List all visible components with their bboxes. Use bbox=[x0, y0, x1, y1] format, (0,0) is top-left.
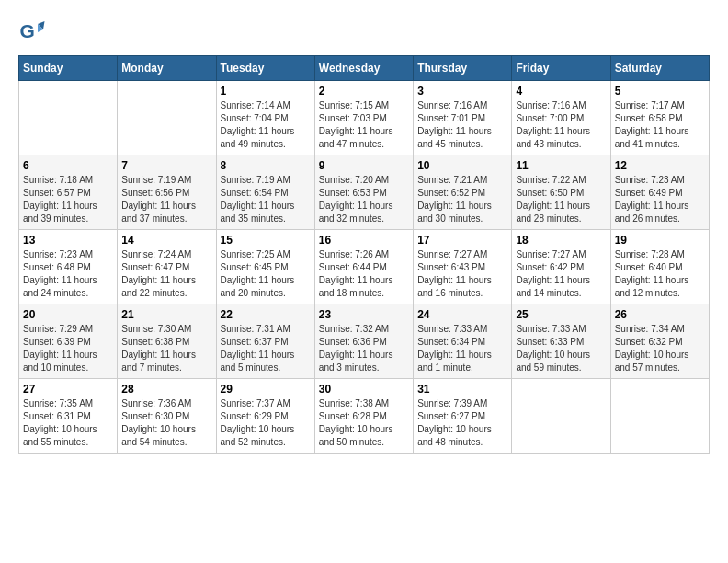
day-number: 27 bbox=[23, 383, 113, 396]
day-number: 11 bbox=[516, 159, 606, 172]
day-info: Sunrise: 7:29 AMSunset: 6:39 PMDaylight:… bbox=[23, 323, 113, 374]
weekday-header-row: SundayMondayTuesdayWednesdayThursdayFrid… bbox=[19, 56, 710, 81]
day-number: 9 bbox=[319, 159, 409, 172]
day-info: Sunrise: 7:25 AMSunset: 6:45 PMDaylight:… bbox=[221, 248, 311, 300]
day-number: 31 bbox=[417, 383, 507, 396]
calendar-cell: 26Sunrise: 7:34 AMSunset: 6:32 PMDayligh… bbox=[610, 304, 709, 379]
calendar-cell: 16Sunrise: 7:26 AMSunset: 6:44 PMDayligh… bbox=[314, 230, 413, 304]
calendar-cell: 1Sunrise: 7:14 AMSunset: 7:04 PMDaylight… bbox=[216, 81, 314, 155]
day-number: 24 bbox=[417, 308, 507, 321]
calendar-cell: 22Sunrise: 7:31 AMSunset: 6:37 PMDayligh… bbox=[216, 304, 314, 379]
calendar-cell: 8Sunrise: 7:19 AMSunset: 6:54 PMDaylight… bbox=[216, 155, 314, 230]
day-info: Sunrise: 7:34 AMSunset: 6:32 PMDaylight:… bbox=[615, 323, 705, 374]
calendar-cell: 23Sunrise: 7:32 AMSunset: 6:36 PMDayligh… bbox=[314, 304, 413, 379]
logo-icon: G bbox=[18, 18, 46, 46]
day-info: Sunrise: 7:38 AMSunset: 6:28 PMDaylight:… bbox=[319, 397, 409, 449]
day-info: Sunrise: 7:36 AMSunset: 6:30 PMDaylight:… bbox=[121, 397, 211, 449]
calendar-cell: 31Sunrise: 7:39 AMSunset: 6:27 PMDayligh… bbox=[414, 379, 512, 454]
day-number: 4 bbox=[516, 85, 606, 98]
day-info: Sunrise: 7:20 AMSunset: 6:53 PMDaylight:… bbox=[319, 174, 409, 225]
day-number: 18 bbox=[516, 234, 606, 247]
calendar-week-row: 20Sunrise: 7:29 AMSunset: 6:39 PMDayligh… bbox=[19, 304, 710, 379]
day-number: 28 bbox=[121, 383, 211, 396]
day-info: Sunrise: 7:18 AMSunset: 6:57 PMDaylight:… bbox=[23, 174, 113, 225]
day-info: Sunrise: 7:22 AMSunset: 6:50 PMDaylight:… bbox=[516, 174, 606, 225]
day-info: Sunrise: 7:37 AMSunset: 6:29 PMDaylight:… bbox=[221, 397, 311, 449]
weekday-header: Thursday bbox=[414, 56, 512, 81]
day-info: Sunrise: 7:35 AMSunset: 6:31 PMDaylight:… bbox=[23, 397, 113, 449]
day-info: Sunrise: 7:19 AMSunset: 6:56 PMDaylight:… bbox=[121, 174, 211, 225]
calendar-cell: 30Sunrise: 7:38 AMSunset: 6:28 PMDayligh… bbox=[314, 379, 413, 454]
day-info: Sunrise: 7:31 AMSunset: 6:37 PMDaylight:… bbox=[221, 323, 311, 374]
day-info: Sunrise: 7:27 AMSunset: 6:42 PMDaylight:… bbox=[516, 248, 606, 300]
calendar-table: SundayMondayTuesdayWednesdayThursdayFrid… bbox=[18, 55, 710, 454]
day-number: 12 bbox=[615, 159, 705, 172]
calendar-cell: 18Sunrise: 7:27 AMSunset: 6:42 PMDayligh… bbox=[512, 230, 610, 304]
day-number: 3 bbox=[417, 85, 507, 98]
day-info: Sunrise: 7:14 AMSunset: 7:04 PMDaylight:… bbox=[221, 99, 311, 151]
day-number: 17 bbox=[417, 234, 507, 247]
day-info: Sunrise: 7:23 AMSunset: 6:49 PMDaylight:… bbox=[615, 174, 705, 225]
day-info: Sunrise: 7:26 AMSunset: 6:44 PMDaylight:… bbox=[319, 248, 409, 300]
day-info: Sunrise: 7:19 AMSunset: 6:54 PMDaylight:… bbox=[221, 174, 311, 225]
calendar-cell: 12Sunrise: 7:23 AMSunset: 6:49 PMDayligh… bbox=[610, 155, 709, 230]
day-info: Sunrise: 7:15 AMSunset: 7:03 PMDaylight:… bbox=[319, 99, 409, 151]
calendar-week-row: 13Sunrise: 7:23 AMSunset: 6:48 PMDayligh… bbox=[19, 230, 710, 304]
day-info: Sunrise: 7:27 AMSunset: 6:43 PMDaylight:… bbox=[417, 248, 507, 300]
day-number: 20 bbox=[23, 308, 113, 321]
day-number: 19 bbox=[615, 234, 705, 247]
day-number: 13 bbox=[23, 234, 113, 247]
calendar-cell: 9Sunrise: 7:20 AMSunset: 6:53 PMDaylight… bbox=[314, 155, 413, 230]
calendar-cell: 15Sunrise: 7:25 AMSunset: 6:45 PMDayligh… bbox=[216, 230, 314, 304]
day-info: Sunrise: 7:21 AMSunset: 6:52 PMDaylight:… bbox=[417, 174, 507, 225]
calendar-cell: 13Sunrise: 7:23 AMSunset: 6:48 PMDayligh… bbox=[19, 230, 118, 304]
calendar-cell: 10Sunrise: 7:21 AMSunset: 6:52 PMDayligh… bbox=[414, 155, 512, 230]
weekday-header: Monday bbox=[118, 56, 216, 81]
calendar-cell: 24Sunrise: 7:33 AMSunset: 6:34 PMDayligh… bbox=[414, 304, 512, 379]
day-number: 6 bbox=[23, 159, 113, 172]
calendar-cell: 14Sunrise: 7:24 AMSunset: 6:47 PMDayligh… bbox=[118, 230, 216, 304]
day-info: Sunrise: 7:33 AMSunset: 6:34 PMDaylight:… bbox=[417, 323, 507, 374]
calendar-cell: 25Sunrise: 7:33 AMSunset: 6:33 PMDayligh… bbox=[512, 304, 610, 379]
calendar-week-row: 6Sunrise: 7:18 AMSunset: 6:57 PMDaylight… bbox=[19, 155, 710, 230]
day-info: Sunrise: 7:28 AMSunset: 6:40 PMDaylight:… bbox=[615, 248, 705, 300]
day-number: 23 bbox=[319, 308, 409, 321]
day-number: 30 bbox=[319, 383, 409, 396]
day-info: Sunrise: 7:39 AMSunset: 6:27 PMDaylight:… bbox=[417, 397, 507, 449]
day-info: Sunrise: 7:30 AMSunset: 6:38 PMDaylight:… bbox=[121, 323, 211, 374]
day-number: 26 bbox=[615, 308, 705, 321]
calendar-cell: 6Sunrise: 7:18 AMSunset: 6:57 PMDaylight… bbox=[19, 155, 118, 230]
day-number: 22 bbox=[221, 308, 311, 321]
day-info: Sunrise: 7:16 AMSunset: 7:00 PMDaylight:… bbox=[516, 99, 606, 151]
weekday-header: Friday bbox=[512, 56, 610, 81]
day-number: 1 bbox=[221, 85, 311, 98]
day-info: Sunrise: 7:33 AMSunset: 6:33 PMDaylight:… bbox=[516, 323, 606, 374]
calendar-cell: 21Sunrise: 7:30 AMSunset: 6:38 PMDayligh… bbox=[118, 304, 216, 379]
svg-text:G: G bbox=[20, 20, 35, 41]
page-header: G bbox=[18, 18, 710, 46]
day-info: Sunrise: 7:23 AMSunset: 6:48 PMDaylight:… bbox=[23, 248, 113, 300]
calendar-cell: 29Sunrise: 7:37 AMSunset: 6:29 PMDayligh… bbox=[216, 379, 314, 454]
calendar-cell: 7Sunrise: 7:19 AMSunset: 6:56 PMDaylight… bbox=[118, 155, 216, 230]
day-number: 2 bbox=[319, 85, 409, 98]
calendar-cell: 17Sunrise: 7:27 AMSunset: 6:43 PMDayligh… bbox=[414, 230, 512, 304]
day-number: 16 bbox=[319, 234, 409, 247]
day-number: 15 bbox=[221, 234, 311, 247]
day-number: 14 bbox=[121, 234, 211, 247]
day-info: Sunrise: 7:32 AMSunset: 6:36 PMDaylight:… bbox=[319, 323, 409, 374]
day-number: 10 bbox=[417, 159, 507, 172]
weekday-header: Sunday bbox=[19, 56, 118, 81]
calendar-cell: 4Sunrise: 7:16 AMSunset: 7:00 PMDaylight… bbox=[512, 81, 610, 155]
calendar-cell: 27Sunrise: 7:35 AMSunset: 6:31 PMDayligh… bbox=[19, 379, 118, 454]
calendar-cell: 5Sunrise: 7:17 AMSunset: 6:58 PMDaylight… bbox=[610, 81, 709, 155]
calendar-cell bbox=[118, 81, 216, 155]
calendar-cell: 19Sunrise: 7:28 AMSunset: 6:40 PMDayligh… bbox=[610, 230, 709, 304]
calendar-cell bbox=[512, 379, 610, 454]
day-number: 8 bbox=[221, 159, 311, 172]
day-info: Sunrise: 7:16 AMSunset: 7:01 PMDaylight:… bbox=[417, 99, 507, 151]
calendar-cell: 2Sunrise: 7:15 AMSunset: 7:03 PMDaylight… bbox=[314, 81, 413, 155]
calendar-cell: 3Sunrise: 7:16 AMSunset: 7:01 PMDaylight… bbox=[414, 81, 512, 155]
calendar-cell bbox=[610, 379, 709, 454]
weekday-header: Saturday bbox=[610, 56, 709, 81]
day-number: 29 bbox=[221, 383, 311, 396]
